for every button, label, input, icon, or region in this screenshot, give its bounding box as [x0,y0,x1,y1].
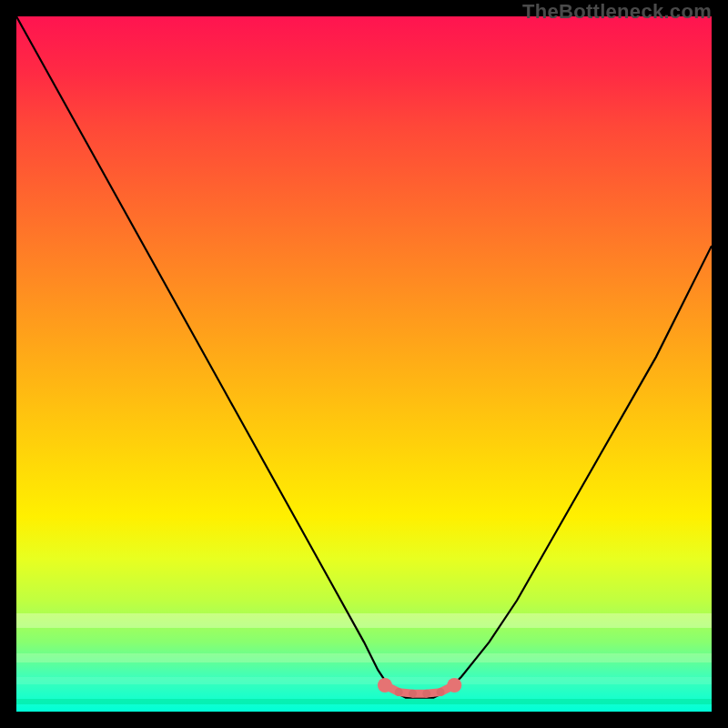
bottleneck-curve [16,16,712,698]
marker-end-dot [447,678,461,693]
curve-svg [16,16,712,712]
watermark-label: TheBottleneck.com [522,0,712,24]
marker-dot [395,688,403,696]
marker-dot [409,690,417,698]
marker-end-dot [378,678,392,693]
chart-container: TheBottleneck.com [0,0,728,728]
marker-dot [437,688,445,696]
marker-dot [422,690,430,698]
plot-area [16,16,712,712]
